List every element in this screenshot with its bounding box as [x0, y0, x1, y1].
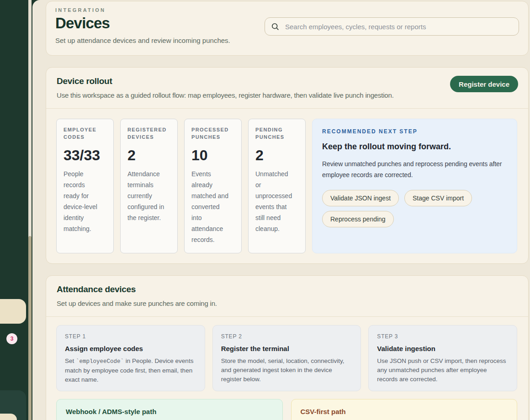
step-title: Register the terminal	[221, 345, 353, 352]
main-panel: INTEGRATION Devices Set up attendance de…	[32, 0, 530, 420]
stat-description: Events already matched and converted int…	[191, 168, 230, 245]
step-3-card: STEP 3 Validate ingestion Use JSON push …	[368, 325, 517, 391]
stat-registered-devices: REGISTERED DEVICES 2 Attendance terminal…	[120, 119, 178, 253]
attendance-devices-card: Attendance devices Set up devices and ma…	[46, 275, 529, 420]
step-body: Store the model, serial, location, conne…	[221, 357, 353, 384]
attendance-devices-description: Set up devices and make sure punches are…	[57, 299, 517, 307]
stat-value: 33/33	[64, 147, 106, 164]
webhook-path-title: Webhook / ADMS-style path	[66, 408, 273, 415]
recommended-next-step-panel: RECOMMENDED NEXT STEP Keep the rollout m…	[312, 119, 517, 253]
device-rollout-card: Device rollout Use this workspace as a g…	[46, 67, 529, 264]
step-title: Assign employee codes	[65, 345, 196, 352]
page-eyebrow: INTEGRATION	[55, 7, 528, 13]
stat-label: PROCESSED PUNCHES	[191, 126, 234, 141]
stat-label: REGISTERED DEVICES	[127, 126, 170, 141]
scrollbar-track[interactable]	[28, 0, 32, 420]
step-body: Use JSON push or CSV import, then reproc…	[377, 357, 509, 384]
validate-json-ingest-button[interactable]: Validate JSON ingest	[322, 190, 399, 206]
attendance-devices-title: Attendance devices	[57, 284, 517, 294]
badge-count: 3	[11, 336, 14, 342]
stat-description: Attendance terminals currently configure…	[127, 168, 166, 223]
attendance-devices-header: Attendance devices Set up devices and ma…	[46, 276, 528, 317]
search-input[interactable]	[284, 22, 512, 31]
stat-description: Unmatched or unprocessed events that sti…	[255, 168, 294, 234]
stat-value: 2	[255, 147, 298, 164]
search-icon	[271, 23, 279, 31]
step-body: Set `employeeCode` in People. Device eve…	[65, 357, 196, 384]
stat-pending-punches: PENDING PUNCHES 2 Unmatched or unprocess…	[248, 119, 306, 253]
device-rollout-title: Device rollout	[57, 76, 517, 86]
step-label: STEP 3	[377, 333, 509, 340]
ingest-paths-row: Webhook / ADMS-style path CSV-first path	[46, 391, 528, 420]
stat-employee-codes: EMPLOYEE CODES 33/33 People records read…	[56, 119, 114, 253]
csv-path-title: CSV-first path	[301, 408, 508, 415]
webhook-path-card: Webhook / ADMS-style path	[56, 399, 283, 420]
setup-steps-row: STEP 1 Assign employee codes Set `employ…	[46, 317, 528, 391]
csv-path-card: CSV-first path	[291, 399, 518, 420]
recommendation-actions: Validate JSON ingest Stage CSV import Re…	[322, 190, 507, 227]
global-search[interactable]	[265, 17, 519, 36]
step-label: STEP 2	[221, 333, 353, 340]
employee-code-token: `employeeCode`	[76, 358, 124, 365]
stat-value: 10	[191, 147, 234, 164]
device-rollout-header: Device rollout Use this workspace as a g…	[46, 68, 528, 109]
recommendation-title: Keep the rollout moving forward.	[322, 142, 507, 152]
sidebar-bottom-item[interactable]	[0, 414, 17, 420]
sidebar-active-item[interactable]	[0, 299, 26, 324]
step-2-card: STEP 2 Register the terminal Store the m…	[212, 325, 361, 391]
stat-label: PENDING PUNCHES	[255, 126, 298, 141]
notification-badge: 3	[6, 333, 17, 344]
stat-label: EMPLOYEE CODES	[64, 126, 106, 141]
register-device-button[interactable]: Register device	[450, 76, 518, 92]
step-1-card: STEP 1 Assign employee codes Set `employ…	[56, 325, 205, 391]
device-rollout-description: Use this workspace as a guided rollout f…	[57, 91, 517, 99]
rollout-stats-row: EMPLOYEE CODES 33/33 People records read…	[46, 109, 528, 263]
page-header: INTEGRATION Devices Set up attendance de…	[46, 1, 529, 56]
reprocess-pending-button[interactable]: Reprocess pending	[322, 211, 394, 227]
stat-description: People records ready for device-level id…	[64, 168, 102, 234]
recommendation-eyebrow: RECOMMENDED NEXT STEP	[322, 128, 507, 135]
step-title: Validate ingestion	[377, 345, 509, 352]
page-subtitle: Set up attendance devices and review inc…	[55, 37, 528, 44]
stage-csv-import-button[interactable]: Stage CSV import	[404, 190, 472, 206]
scrollbar-thumb[interactable]	[28, 236, 32, 420]
recommendation-body: Review unmatched punches and reprocess p…	[322, 158, 507, 180]
stat-processed-punches: PROCESSED PUNCHES 10 Events already matc…	[184, 119, 242, 253]
step-label: STEP 1	[65, 333, 196, 340]
stat-value: 2	[127, 147, 170, 164]
